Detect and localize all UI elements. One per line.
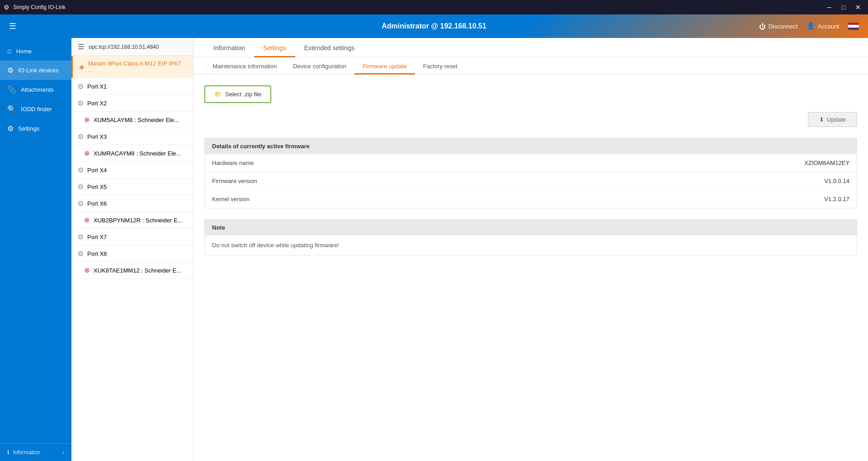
header: ☰ Administrator @ 192.168.10.51 ⏻ Discon… <box>0 14 868 38</box>
hamburger-menu-button[interactable]: ☰ <box>9 21 16 31</box>
port-icon: ⊙ <box>78 99 84 107</box>
header-right: ⏻ Disconnect 👤 Account <box>759 22 859 30</box>
home-icon: ⌂ <box>7 47 12 55</box>
list-icon: ☰ <box>78 42 84 51</box>
folder-icon: 📁 <box>214 91 222 98</box>
disconnect-label: Disconnect <box>769 23 797 30</box>
settings-icon: ⚙ <box>7 124 14 133</box>
port-x2-label: Port X2 <box>87 100 107 107</box>
language-flag-icon[interactable] <box>848 23 859 30</box>
sidebar-item-attachments-label: Attachments <box>21 86 53 93</box>
port-icon: ⊙ <box>78 199 84 207</box>
sidebar-information[interactable]: ℹ Information › <box>0 443 71 461</box>
info-icon: ℹ <box>7 449 9 456</box>
tab-extended-settings[interactable]: Extended settings <box>295 38 363 57</box>
sidebar: ⌂ Home ⚙ IO-Link devices 📎 Attachments 🔍… <box>0 38 71 461</box>
port-x4-label: Port X4 <box>87 167 107 174</box>
port-x7-item[interactable]: ⊙ Port X7 <box>71 229 193 245</box>
kernel-version-value: V1.2.0.17 <box>824 196 849 202</box>
device-error-icon: ⊗ <box>84 116 90 124</box>
master-device-label: Master 8Port Class A M12 EIP IP67 ... <box>88 60 187 74</box>
subtab-maintenance[interactable]: Maintenance information <box>204 57 285 75</box>
update-label: Update <box>827 116 846 123</box>
sub-tabs: Maintenance information Device configura… <box>193 57 868 75</box>
sidebar-item-home[interactable]: ⌂ Home <box>0 42 71 61</box>
update-area: ⬇ Update <box>204 112 857 127</box>
account-icon: 👤 <box>807 22 815 30</box>
tab-settings[interactable]: Settings <box>254 38 295 57</box>
tab-information[interactable]: Information <box>204 38 254 57</box>
sidebar-item-settings[interactable]: ⚙ Settings <box>0 119 71 138</box>
xum5-label: XUM5ALAYM8 : Schneider Ele... <box>94 117 179 123</box>
sidebar-item-settings-label: Settings <box>18 125 39 132</box>
port-x8-label: Port X8 <box>87 250 107 257</box>
minimize-button[interactable]: ─ <box>823 2 835 12</box>
subtab-device-config[interactable]: Device configuration <box>285 57 354 75</box>
update-button[interactable]: ⬇ Update <box>808 112 857 127</box>
sidebar-item-iolink[interactable]: ⚙ IO-Link devices <box>0 61 71 80</box>
disconnect-button[interactable]: ⏻ Disconnect <box>759 23 797 30</box>
kernel-version-label: Kernel version <box>212 196 250 202</box>
device-error-icon: ⊗ <box>84 216 90 224</box>
port-x5-label: Port X5 <box>87 183 107 190</box>
app-body: ⌂ Home ⚙ IO-Link devices 📎 Attachments 🔍… <box>0 38 868 461</box>
subtab-factory-reset[interactable]: Factory reset <box>415 57 466 75</box>
firmware-version-row: Firmware version V1.0.0.14 <box>205 172 857 190</box>
app-title: Simply Config IO-Link <box>13 4 66 10</box>
port-x6-item[interactable]: ⊙ Port X6 <box>71 195 193 212</box>
device-error-icon: ⊗ <box>84 149 90 157</box>
xumr-device-item[interactable]: ⊗ XUMRACAYM8 : Schneider Ele... <box>71 145 193 162</box>
port-x5-item[interactable]: ⊙ Port X5 <box>71 179 193 195</box>
maximize-button[interactable]: □ <box>837 2 850 12</box>
titlebar: ⚙ Simply Config IO-Link ─ □ ✕ <box>0 0 868 14</box>
hardware-name-value: XZIOM8AM12EY <box>804 160 849 166</box>
port-x4-item[interactable]: ⊙ Port X4 <box>71 162 193 179</box>
sidebar-item-iolink-label: IO-Link devices <box>18 67 59 74</box>
update-icon: ⬇ <box>819 116 824 123</box>
kernel-version-row: Kernel version V1.2.0.17 <box>205 190 857 208</box>
subtab-firmware[interactable]: Firmware update <box>354 57 415 75</box>
chevron-right-icon: › <box>62 449 64 456</box>
iodd-icon: 🔍 <box>7 105 16 113</box>
master-device-item[interactable]: ◈ Master 8Port Class A M12 EIP IP67 ... <box>71 56 193 78</box>
firmware-version-label: Firmware version <box>212 178 257 184</box>
attachments-icon: 📎 <box>7 85 16 94</box>
note-header: Note <box>205 220 857 235</box>
account-button[interactable]: 👤 Account <box>807 22 839 30</box>
xub2-device-item[interactable]: ⊗ XUB2BPYNM12R : Schneider E... <box>71 212 193 229</box>
firmware-version-value: V1.0.0.14 <box>824 178 849 184</box>
port-icon: ⊙ <box>78 82 84 90</box>
sidebar-item-attachments[interactable]: 📎 Attachments <box>0 80 71 99</box>
xum5-device-item[interactable]: ⊗ XUM5ALAYM8 : Schneider Ele... <box>71 112 193 128</box>
titlebar-controls: ─ □ ✕ <box>823 2 864 12</box>
port-icon: ⊙ <box>78 166 84 174</box>
port-x6-label: Port X6 <box>87 200 107 207</box>
main-tabs: Information Settings Extended settings <box>193 38 868 57</box>
xuk8-device-item[interactable]: ⊗ XUK8TAE1MM12 : Schneider E... <box>71 262 193 279</box>
firmware-content: 📁 Select .zip file ⬇ Update Details of c… <box>193 75 868 461</box>
port-x1-item[interactable]: ⊙ Port X1 <box>71 78 193 95</box>
port-x2-item[interactable]: ⊙ Port X2 <box>71 95 193 112</box>
hardware-name-row: Hardware name XZIOM8AM12EY <box>205 154 857 172</box>
hardware-name-label: Hardware name <box>212 160 254 166</box>
select-zip-label: Select .zip file <box>225 91 261 98</box>
account-label: Account <box>818 23 839 30</box>
device-panel-header: ☰ opc.tcp://192.168.10.51:4840 <box>71 38 193 56</box>
xuk8-label: XUK8TAE1MM12 : Schneider E... <box>94 267 181 274</box>
device-error-icon: ⊗ <box>84 266 90 274</box>
firmware-details-section: Details of currently active firmware Har… <box>204 138 857 208</box>
xumr-label: XUMRACAYM8 : Schneider Ele... <box>94 150 181 157</box>
sidebar-item-iodd[interactable]: 🔍 IODD finder <box>0 99 71 119</box>
port-x8-item[interactable]: ⊙ Port X8 <box>71 245 193 262</box>
close-button[interactable]: ✕ <box>852 2 864 12</box>
sidebar-information-label: Information <box>13 449 40 456</box>
port-icon: ⊙ <box>78 249 84 258</box>
iolink-icon: ⚙ <box>7 66 14 75</box>
port-icon: ⊙ <box>78 183 84 191</box>
disconnect-icon: ⏻ <box>759 23 766 30</box>
port-x1-label: Port X1 <box>87 83 107 90</box>
port-x3-item[interactable]: ⊙ Port X3 <box>71 128 193 145</box>
select-zip-button[interactable]: 📁 Select .zip file <box>204 85 271 103</box>
device-panel: ☰ opc.tcp://192.168.10.51:4840 ◈ Master … <box>71 38 193 461</box>
content-area: Information Settings Extended settings M… <box>193 38 868 461</box>
